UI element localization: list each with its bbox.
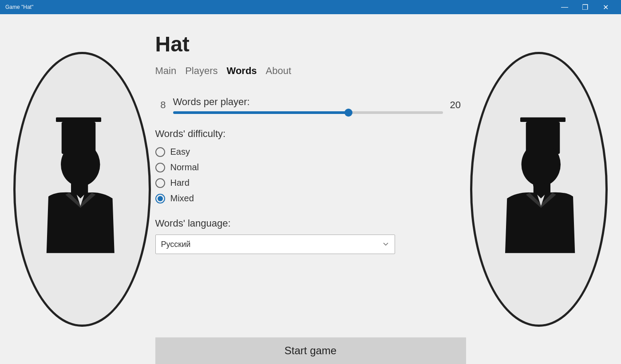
words-per-player-section: 8 Words per player: 20 bbox=[155, 96, 466, 114]
radio-mixed-circle bbox=[155, 194, 165, 204]
svg-point-6 bbox=[521, 143, 560, 187]
difficulty-normal-label: Normal bbox=[170, 162, 199, 172]
radio-group: Easy Normal Hard Mixed bbox=[155, 147, 466, 204]
start-game-button[interactable]: Start game bbox=[155, 337, 466, 364]
difficulty-mixed[interactable]: Mixed bbox=[155, 193, 466, 204]
words-difficulty-label: Words' difficulty: bbox=[155, 128, 466, 140]
words-difficulty-section: Words' difficulty: Easy Normal Hard Mixe… bbox=[155, 128, 466, 204]
app-title: Hat bbox=[155, 32, 190, 56]
radio-easy-circle bbox=[155, 147, 165, 157]
words-language-label: Words' language: bbox=[155, 218, 466, 229]
slider-max-label: 20 bbox=[450, 99, 466, 111]
minimize-button[interactable]: — bbox=[554, 0, 575, 14]
left-oval bbox=[13, 52, 151, 327]
language-select[interactable]: Русский English bbox=[155, 235, 395, 254]
title-bar-controls: — ❐ ✕ bbox=[554, 0, 616, 14]
slider-row: 8 Words per player: 20 bbox=[155, 96, 466, 114]
difficulty-normal[interactable]: Normal bbox=[155, 162, 466, 172]
main-content: Hat Main Players Words About 8 Words per… bbox=[0, 14, 621, 364]
right-oval bbox=[470, 52, 608, 327]
difficulty-easy-label: Easy bbox=[170, 147, 190, 157]
left-silhouette-svg bbox=[26, 74, 139, 304]
tab-words[interactable]: Words bbox=[227, 63, 257, 78]
maximize-button[interactable]: ❐ bbox=[575, 0, 595, 14]
tab-about[interactable]: About bbox=[266, 63, 292, 78]
title-bar: Game "Hat" — ❐ ✕ bbox=[0, 0, 621, 14]
difficulty-easy[interactable]: Easy bbox=[155, 147, 466, 157]
start-button-container: Start game bbox=[155, 337, 466, 364]
center-content: Hat Main Players Words About 8 Words per… bbox=[155, 14, 466, 364]
difficulty-mixed-label: Mixed bbox=[170, 193, 194, 204]
radio-normal-circle bbox=[155, 163, 165, 172]
silhouette-right bbox=[470, 52, 608, 327]
tab-players[interactable]: Players bbox=[185, 63, 218, 78]
select-wrapper: Русский English bbox=[155, 235, 395, 254]
words-language-section: Words' language: Русский English bbox=[155, 218, 466, 254]
difficulty-hard-label: Hard bbox=[170, 178, 190, 188]
title-bar-text: Game "Hat" bbox=[5, 4, 33, 10]
words-per-player-label: Words per player: bbox=[173, 96, 443, 108]
silhouette-left bbox=[13, 52, 151, 327]
close-button[interactable]: ✕ bbox=[595, 0, 616, 14]
tab-main[interactable]: Main bbox=[155, 63, 177, 78]
difficulty-hard[interactable]: Hard bbox=[155, 178, 466, 188]
nav-tabs: Main Players Words About bbox=[155, 63, 292, 78]
slider-min-label: 8 bbox=[155, 99, 166, 111]
svg-rect-0 bbox=[56, 117, 101, 122]
svg-point-2 bbox=[61, 143, 100, 187]
slider-container: Words per player: bbox=[173, 96, 443, 114]
words-per-player-slider[interactable] bbox=[173, 111, 443, 114]
svg-rect-4 bbox=[520, 117, 566, 122]
right-silhouette-svg bbox=[483, 74, 596, 304]
radio-hard-circle bbox=[155, 178, 165, 188]
